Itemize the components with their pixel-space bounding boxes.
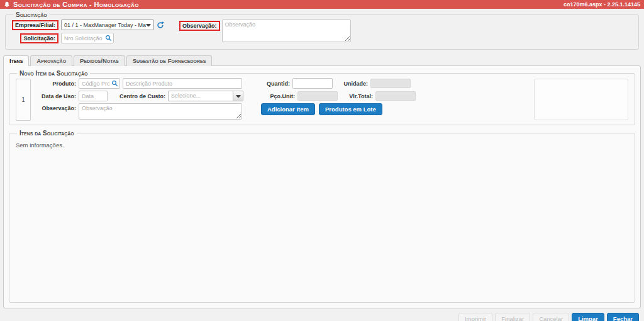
solicitacao-legend: Solicitação: [13, 11, 50, 18]
empty-list-message: Sem informações.: [14, 138, 630, 152]
refresh-button[interactable]: [157, 21, 164, 29]
tab-itens[interactable]: Itens: [3, 55, 29, 66]
observacao-item-textarea[interactable]: [79, 103, 242, 120]
empresa-filial-value: 01 / 1 - MaxManager Today - Matriz 1-1: [64, 22, 146, 28]
produtos-em-lote-button[interactable]: Produtos em Lote: [319, 103, 382, 115]
solicitacao-panel: Solicitação Empresa/Filial: 01 / 1 - Max…: [5, 11, 639, 50]
bell-icon: [4, 1, 10, 8]
itens-solicitacao-panel: Itens da Solicitação Sem informações.: [9, 130, 635, 303]
unidade-field: [370, 79, 411, 88]
data-de-uso-label: Data de Uso:: [37, 93, 76, 99]
tab-panel-itens: Novo Item da Solicitação 1 Produto: Quan…: [3, 65, 641, 308]
page-version-info: co170m6.aspx - 2.25.1.14145: [564, 1, 640, 8]
fechar-button[interactable]: Fechar: [607, 313, 639, 321]
limpar-button[interactable]: Limpar: [572, 313, 604, 321]
produto-descricao-input[interactable]: [123, 78, 242, 89]
centro-de-custo-label: Centro de Custo:: [108, 93, 165, 99]
observacao-header-label: Observação:: [179, 21, 220, 31]
refresh-icon: [157, 21, 164, 29]
pco-unit-field: [297, 91, 338, 101]
page-title: Solicitação de Compra - Homologação: [13, 1, 139, 8]
vlr-total-label: Vlr.Total:: [344, 93, 373, 99]
produto-label: Produto:: [37, 81, 76, 87]
observacao-item-label: Observação:: [37, 105, 76, 111]
centro-de-custo-value: Selecione...: [169, 91, 233, 101]
caret-down-icon: [146, 24, 151, 26]
tab-aprovacao[interactable]: Aprovação: [30, 55, 72, 66]
item-row-number: 1: [16, 79, 31, 121]
produto-image-placeholder: [534, 79, 628, 120]
empresa-filial-label: Empresa/Filial:: [12, 20, 58, 30]
titlebar: Solicitação de Compra - Homologação co17…: [0, 0, 644, 9]
search-icon[interactable]: [111, 80, 118, 87]
caret-down-icon[interactable]: [233, 91, 243, 101]
novo-item-legend: Novo Item da Solicitação: [17, 70, 90, 77]
search-icon[interactable]: [105, 35, 112, 42]
data-de-uso-input[interactable]: [79, 91, 108, 101]
cancelar-button[interactable]: Cancelar: [533, 313, 569, 321]
unidade-label: Unidade:: [339, 81, 368, 87]
tab-pedidos-notas[interactable]: Pedidos/Notas: [74, 55, 125, 66]
empresa-filial-select[interactable]: 01 / 1 - MaxManager Today - Matriz 1-1: [61, 20, 154, 30]
adicionar-item-button[interactable]: Adicionar Item: [261, 103, 315, 115]
pco-unit-label: Pço.Unit:: [266, 93, 295, 99]
novo-item-panel: Novo Item da Solicitação 1 Produto: Quan…: [9, 70, 635, 125]
solicitacao-label: Solicitação:: [20, 33, 58, 43]
imprimir-button[interactable]: Imprimir: [458, 313, 492, 321]
quantid-label: Quantid:: [261, 81, 290, 87]
tab-sugestao-fornecedores[interactable]: Sugestão de Fornecedores: [126, 55, 213, 66]
vlr-total-field: [375, 91, 416, 101]
centro-de-custo-combobox[interactable]: Selecione...: [168, 91, 243, 101]
itens-solicitacao-legend: Itens da Solicitação: [17, 130, 77, 137]
finalizar-button[interactable]: Finalizar: [495, 313, 530, 321]
observacao-header-textarea[interactable]: [222, 20, 351, 42]
tab-bar: Itens Aprovação Pedidos/Notas Sugestão d…: [3, 55, 641, 65]
footer-button-bar: Imprimir Finalizar Cancelar Limpar Fecha…: [5, 313, 639, 321]
quantid-input[interactable]: [292, 78, 333, 89]
